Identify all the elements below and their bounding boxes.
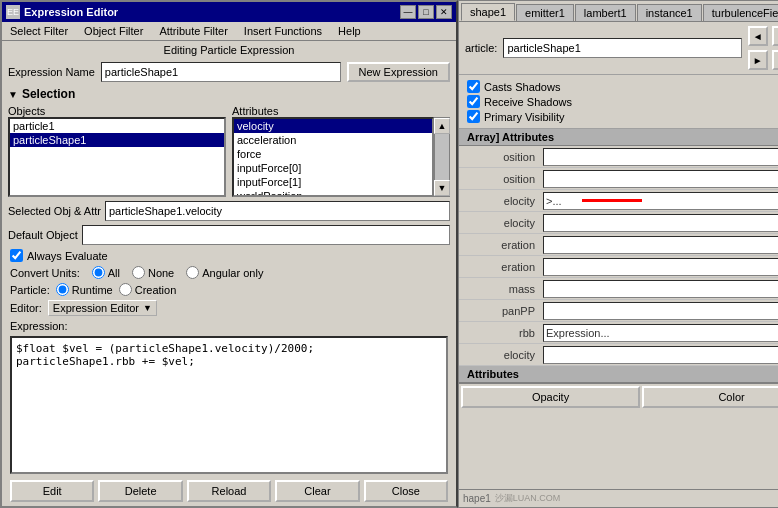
list-item[interactable]: particleShape1	[10, 133, 224, 147]
menu-attribute-filter[interactable]: Attribute Filter	[155, 24, 231, 38]
attr-row-position1: osition	[459, 146, 778, 168]
always-evaluate-checkbox[interactable]	[10, 249, 23, 262]
attr-label-spanpp: panPP	[459, 305, 539, 317]
maximize-button[interactable]: □	[418, 5, 434, 19]
attributes-container: Array] Attributes osition osition elocit…	[459, 129, 778, 489]
default-object-label: Default Object	[8, 229, 78, 241]
reload-button[interactable]: Reload	[187, 480, 271, 502]
list-item[interactable]: acceleration	[234, 133, 432, 147]
clear-button[interactable]: Clear	[275, 480, 359, 502]
primary-visibility-checkbox[interactable]	[467, 110, 480, 123]
radio-creation: Creation	[119, 283, 177, 296]
attributes-scrollbar[interactable]: ▲ ▼	[434, 117, 450, 197]
attr-label-position1: osition	[459, 151, 539, 163]
arrow-text: >...	[546, 195, 562, 207]
list-item[interactable]: inputForce[0]	[234, 161, 432, 175]
radio-angular-input[interactable]	[186, 266, 199, 279]
menu-insert-functions[interactable]: Insert Functions	[240, 24, 326, 38]
attr-row-velocity3: elocity	[459, 344, 778, 366]
selected-obj-attr-row: Selected Obj & Attr	[2, 199, 456, 223]
radio-runtime-input[interactable]	[56, 283, 69, 296]
selected-obj-attr-input[interactable]	[105, 201, 450, 221]
editor-dropdown[interactable]: Expression Editor ▼	[48, 300, 157, 316]
collapse-arrow-icon[interactable]: ▼	[8, 89, 18, 100]
editor-dropdown-value: Expression Editor	[53, 302, 139, 314]
expression-editor-panel: EE Expression Editor — □ ✕ Select Filter…	[0, 0, 458, 508]
objects-listbox[interactable]: particle1 particleShape1	[8, 117, 226, 197]
default-object-row: Default Object	[2, 223, 456, 247]
attrs-section-header: Attributes	[459, 366, 778, 383]
expression-name-input[interactable]	[101, 62, 341, 82]
radio-none-input[interactable]	[132, 266, 145, 279]
attributes-listbox[interactable]: velocity acceleration force inputForce[0…	[232, 117, 434, 197]
presets-button[interactable]: Presets	[772, 50, 778, 70]
app-icon-text: EE	[7, 7, 19, 17]
color-button[interactable]: Color	[642, 386, 778, 408]
attrs-section-label: Attributes	[467, 368, 519, 380]
attr-value-acceleration1[interactable]	[543, 236, 778, 254]
list-item[interactable]: velocity	[234, 119, 432, 133]
selected-obj-attr-label: Selected Obj & Attr	[8, 205, 101, 217]
attr-label-acceleration1: eration	[459, 239, 539, 251]
radio-creation-label: Creation	[135, 284, 177, 296]
radio-none-label: None	[148, 267, 174, 279]
dropdown-arrow-icon: ▼	[143, 303, 152, 313]
attr-value-spanpp[interactable]	[543, 302, 778, 320]
delete-button[interactable]: Delete	[98, 480, 182, 502]
particle-shape-input[interactable]	[503, 38, 741, 58]
attr-row-spanpp: panPP	[459, 300, 778, 322]
list-item[interactable]: inputForce[1]	[234, 175, 432, 189]
always-evaluate-row: Always Evaluate	[2, 247, 456, 264]
focus-button[interactable]: Focus	[772, 26, 778, 46]
menu-object-filter[interactable]: Object Filter	[80, 24, 147, 38]
new-expression-button[interactable]: New Expression	[347, 62, 450, 82]
right-content: article: ◄ Focus ► Presets Casts Shadows	[459, 22, 778, 489]
list-item[interactable]: force	[234, 147, 432, 161]
default-object-input[interactable]	[82, 225, 450, 245]
attr-value-mass[interactable]	[543, 280, 778, 298]
opacity-button[interactable]: Opacity	[461, 386, 640, 408]
edit-button[interactable]: Edit	[10, 480, 94, 502]
attr-value-velocity2[interactable]	[543, 214, 778, 232]
selection-label: Selection	[22, 87, 75, 101]
bottom-label: hape1	[463, 493, 491, 504]
convert-units-row: Convert Units: All None Angular only	[2, 264, 456, 281]
tab-emitter1[interactable]: emitter1	[516, 4, 574, 21]
attr-label-acceleration2: eration	[459, 261, 539, 273]
action-buttons: ◄ Focus ► Presets	[748, 26, 778, 70]
close-button[interactable]: Close	[364, 480, 448, 502]
radio-creation-input[interactable]	[119, 283, 132, 296]
attr-label-mass: mass	[459, 283, 539, 295]
attr-value-velocity3[interactable]	[543, 346, 778, 364]
attr-value-velocity1[interactable]: >...	[543, 192, 778, 210]
convert-units-label: Convert Units:	[10, 267, 80, 279]
tab-shape1[interactable]: shape1	[461, 3, 515, 21]
attr-value-rbb[interactable]: Expression...	[543, 324, 778, 342]
minimize-button[interactable]: —	[400, 5, 416, 19]
nav-forward-button[interactable]: ►	[748, 50, 768, 70]
radio-runtime: Runtime	[56, 283, 113, 296]
attr-label-velocity1: elocity	[459, 195, 539, 207]
title-bar-left: EE Expression Editor	[6, 5, 118, 19]
scroll-up-button[interactable]: ▲	[434, 118, 450, 134]
tab-instance1[interactable]: instance1	[637, 4, 702, 21]
attr-row-acceleration1: eration	[459, 234, 778, 256]
tab-turbulence[interactable]: turbulenceField1	[703, 4, 778, 21]
nav-back-button[interactable]: ◄	[748, 26, 768, 46]
attr-value-position2[interactable]	[543, 170, 778, 188]
close-button[interactable]: ✕	[436, 5, 452, 19]
menu-select-filter[interactable]: Select Filter	[6, 24, 72, 38]
expression-textarea[interactable]: $float $vel = (particleShape1.velocity)/…	[10, 336, 448, 474]
menu-help[interactable]: Help	[334, 24, 365, 38]
attr-value-position1[interactable]	[543, 148, 778, 166]
casts-shadows-checkbox[interactable]	[467, 80, 480, 93]
casts-shadows-label: Casts Shadows	[484, 81, 560, 93]
attr-value-acceleration2[interactable]	[543, 258, 778, 276]
list-item[interactable]: particle1	[10, 119, 224, 133]
radio-all-input[interactable]	[92, 266, 105, 279]
radio-angular: Angular only	[186, 266, 263, 279]
receive-shadows-checkbox[interactable]	[467, 95, 480, 108]
list-item[interactable]: worldPosition	[234, 189, 432, 197]
scroll-down-button[interactable]: ▼	[434, 180, 450, 196]
tab-lambert1[interactable]: lambert1	[575, 4, 636, 21]
